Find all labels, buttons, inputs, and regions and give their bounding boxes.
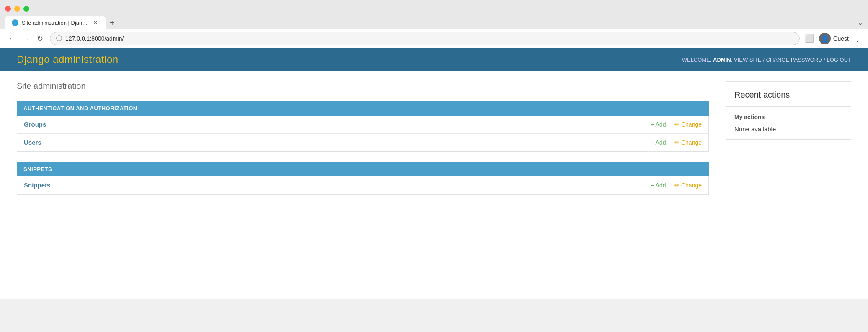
groups-change-label: Change [681,121,702,128]
security-icon: ⓘ [56,35,62,42]
nav-buttons: ← → ↻ [7,32,45,45]
active-tab[interactable]: 🌐 Site administration | Django sit ✕ [5,16,106,29]
tab-dropdown-button[interactable]: ⌄ [858,19,863,27]
profile-avatar: 👤 [819,33,831,44]
address-bar: ← → ↻ ⓘ 127.0.0.1:8000/admin/ ⬜ 👤 Guest … [0,29,868,48]
tab-close-button[interactable]: ✕ [92,19,99,26]
groups-add-label: Add [656,121,666,128]
users-add-icon: + [650,139,654,146]
auth-module: AUTHENTICATION AND AUTHORIZATION Groups … [17,101,709,152]
browser-actions: ⬜ 👤 Guest ⋮ [805,33,861,44]
users-change-label: Change [681,139,702,146]
sidebar: Recent actions My actions None available [726,81,851,205]
snippets-add-link[interactable]: + Add [650,182,666,189]
snippets-module: SNIPPETS Snippets + Add ✏ [17,162,709,195]
traffic-light-maximize[interactable] [23,6,29,12]
forward-button[interactable]: → [21,33,32,45]
groups-add-icon: + [650,121,654,128]
view-site-link[interactable]: VIEW SITE [734,57,762,63]
groups-cell: Groups [17,116,248,134]
snippets-change-link[interactable]: ✏ Change [674,182,702,189]
admin-content: Site administration AUTHENTICATION AND A… [0,71,868,215]
users-change-link[interactable]: ✏ Change [674,139,702,146]
traffic-lights [5,3,863,14]
my-actions-label: My actions [734,114,842,120]
groups-add-link[interactable]: + Add [650,121,666,128]
auth-module-table: Groups + Add ✏ Change [17,116,709,152]
page-title: Site administration [17,81,709,91]
new-tab-button[interactable]: + [106,16,118,29]
url-display: 127.0.0.1:8000/admin/ [65,35,793,42]
traffic-light-close[interactable] [5,6,11,12]
admin-title: Django administration [17,54,119,65]
tab-bar: 🌐 Site administration | Django sit ✕ + ⌄ [5,16,863,29]
snippets-actions: + Add ✏ Change [265,176,708,195]
browser-chrome: 🌐 Site administration | Django sit ✕ + ⌄ [0,0,868,29]
snippets-module-table: Snippets + Add ✏ Change [17,176,709,195]
menu-button[interactable]: ⋮ [854,34,861,43]
table-row: Snippets + Add ✏ Change [17,176,709,195]
snippets-cell: Snippets [17,176,266,195]
back-button[interactable]: ← [7,33,18,45]
snippets-add-icon: + [650,182,654,189]
users-change-icon: ✏ [674,139,679,146]
username: ADMIN [713,57,731,63]
django-admin: Django administration WELCOME, ADMIN. VI… [0,48,868,299]
users-actions: + Add ✏ Change [248,134,708,152]
users-cell: Users [17,134,248,152]
snippets-add-label: Add [656,182,666,189]
admin-header: Django administration WELCOME, ADMIN. VI… [0,48,868,71]
snippets-link[interactable]: Snippets [24,182,50,189]
profile-button[interactable]: 👤 Guest [819,33,849,44]
table-row: Users + Add ✏ Change [17,134,709,152]
log-out-link[interactable]: LOG OUT [827,57,851,63]
groups-change-icon: ✏ [674,121,679,128]
users-add-label: Add [656,139,666,146]
none-available-text: None available [734,125,842,132]
my-actions-section: My actions None available [726,107,851,139]
users-link[interactable]: Users [24,139,41,146]
main-content: Site administration AUTHENTICATION AND A… [17,81,709,205]
groups-link[interactable]: Groups [24,121,46,128]
cast-button[interactable]: ⬜ [805,34,814,43]
reload-button[interactable]: ↻ [35,32,45,45]
snippets-module-title: SNIPPETS [23,166,52,172]
snippets-change-label: Change [681,182,702,189]
snippets-change-icon: ✏ [674,182,679,189]
users-add-link[interactable]: + Add [650,139,666,146]
auth-module-header: AUTHENTICATION AND AUTHORIZATION [17,101,709,116]
snippets-module-header: SNIPPETS [17,162,709,176]
recent-actions-title: Recent actions [726,82,851,107]
auth-module-title: AUTHENTICATION AND AUTHORIZATION [23,105,137,112]
profile-label: Guest [833,35,849,42]
welcome-text: WELCOME, [682,57,712,63]
recent-actions-module: Recent actions My actions None available [726,81,851,140]
change-password-link[interactable]: CHANGE PASSWORD [766,57,822,63]
groups-change-link[interactable]: ✏ Change [674,121,702,128]
table-row: Groups + Add ✏ Change [17,116,709,134]
tab-favicon: 🌐 [12,19,18,26]
traffic-light-minimize[interactable] [14,6,20,12]
url-bar[interactable]: ⓘ 127.0.0.1:8000/admin/ [50,32,800,45]
groups-actions: + Add ✏ Change [248,116,708,134]
tab-title: Site administration | Django sit [22,20,89,26]
user-nav: WELCOME, ADMIN. VIEW SITE / CHANGE PASSW… [682,57,851,63]
